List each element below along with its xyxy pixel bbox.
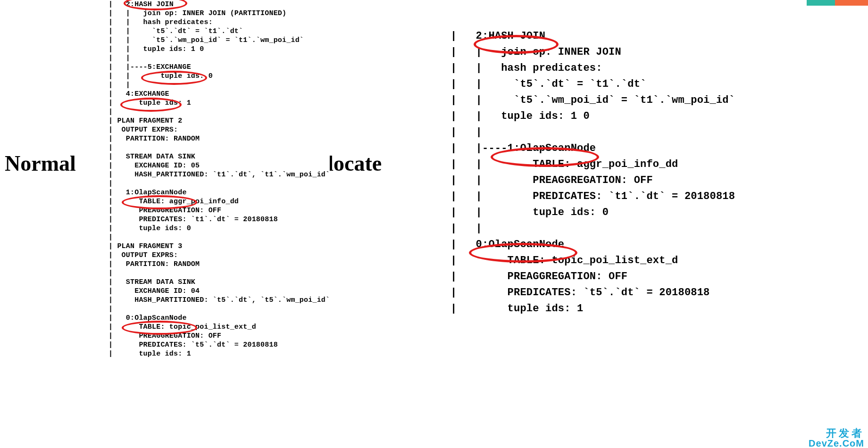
plan-line: | |----1:OlapScanNode — [451, 141, 735, 157]
plan-line: | STREAM DATA SINK — [108, 278, 330, 287]
plan-line: | tuple ids: 1 — [108, 349, 330, 358]
plan-line: | PREAGGREGATION: OFF — [108, 332, 330, 340]
plan-line: | PREAGGREGATION: OFF — [451, 269, 735, 285]
plan-line: | | PREDICATES: `t1`.`dt` = 20180818 — [451, 189, 735, 205]
plan-line: | | `t5`.`dt` = `t1`.`dt` — [451, 76, 735, 92]
watermark: 开发者 DevZe.CoM — [809, 428, 864, 448]
plan-line: | 2:HASH JOIN — [451, 28, 735, 44]
plan-line: | | — [108, 81, 330, 90]
plan-line: | 1:OlapScanNode — [108, 188, 330, 197]
plan-line: | | — [108, 54, 330, 63]
plan-line: | — [108, 108, 330, 116]
tab-teal — [807, 0, 835, 6]
plan-line: | 0:OlapScanNode — [108, 314, 330, 323]
plan-line: | tuple ids: 1 — [451, 301, 735, 317]
plan-line: | | `t5`.`wm_poi_id` = `t1`.`wm_poi_id` — [451, 92, 735, 108]
watermark-line1: 开发者 — [809, 428, 864, 439]
plan-line: | tuple ids: 0 — [108, 224, 330, 233]
plan-line: | | join op: INNER JOIN (PARTITIONED) — [108, 9, 330, 18]
plan-line: | | PREAGGREGATION: OFF — [451, 173, 735, 189]
plan-line: | |----5:EXCHANGE — [108, 63, 330, 72]
plan-line: | PREAGGREGATION: OFF — [108, 206, 330, 215]
plan-line: | | — [451, 221, 735, 237]
tab-orange — [835, 0, 868, 6]
plan-line: | PARTITION: RANDOM — [108, 260, 330, 269]
colocate-plan-block: | 2:HASH JOIN| | join op: INNER JOIN| | … — [451, 28, 735, 317]
plan-line: | | tuple ids: 0 — [108, 72, 330, 81]
plan-line: | | hash predicates: — [451, 60, 735, 76]
plan-line: | PLAN FRAGMENT 2 — [108, 116, 330, 125]
plan-line: | PREDICATES: `t1`.`dt` = 20180818 — [108, 215, 330, 224]
label-normal: Normal — [5, 151, 76, 176]
plan-line: | EXCHANGE ID: 05 — [108, 161, 330, 170]
plan-line: | — [108, 233, 330, 242]
plan-line: | STREAM DATA SINK — [108, 152, 330, 161]
plan-line: | 4:EXCHANGE — [108, 90, 330, 99]
plan-line: | — [108, 305, 330, 314]
plan-line: | 2:HASH JOIN — [108, 0, 330, 9]
plan-line: | | `t5`.`dt` = `t1`.`dt` — [108, 27, 330, 36]
plan-line: | | tuple ids: 1 0 — [108, 45, 330, 54]
watermark-line2: DevZe.CoM — [809, 439, 864, 448]
plan-line: | | hash predicates: — [108, 18, 330, 27]
plan-line: | — [108, 143, 330, 152]
plan-line: | | — [451, 124, 735, 141]
plan-line: | HASH_PARTITIONED: `t1`.`dt`, `t1`.`wm_… — [108, 170, 330, 179]
plan-line: | OUTPUT EXPRS: — [108, 125, 330, 134]
plan-line: | PREDICATES: `t5`.`dt` = 20180818 — [451, 285, 735, 301]
plan-line: | HASH_PARTITIONED: `t5`.`dt`, `t5`.`wm_… — [108, 296, 330, 305]
plan-line: | TABLE: topic_poi_list_ext_d — [451, 253, 735, 269]
plan-line: | — [108, 179, 330, 188]
plan-line: | 0:OlapScanNode — [451, 237, 735, 253]
plan-line: | TABLE: aggr_poi_info_dd — [108, 197, 330, 206]
plan-line: | PREDICATES: `t5`.`dt` = 20180818 — [108, 340, 330, 349]
plan-line: | PARTITION: RANDOM — [108, 134, 330, 143]
top-tabs — [807, 0, 868, 6]
plan-line: | | tuple ids: 1 0 — [451, 108, 735, 124]
plan-line: | | tuple ids: 0 — [451, 205, 735, 221]
plan-line: | | join op: INNER JOIN — [451, 44, 735, 60]
normal-plan-block: | 2:HASH JOIN| | join op: INNER JOIN (PA… — [108, 0, 330, 358]
plan-line: | EXCHANGE ID: 04 — [108, 287, 330, 296]
plan-line: | OUTPUT EXPRS: — [108, 251, 330, 260]
plan-line: | PLAN FRAGMENT 3 — [108, 242, 330, 251]
plan-line: | tuple ids: 1 — [108, 99, 330, 108]
plan-line: | TABLE: topic_poi_list_ext_d — [108, 323, 330, 332]
plan-line: | | TABLE: aggr_poi_info_dd — [451, 157, 735, 173]
plan-line: | | `t5`.`wm_poi_id` = `t1`.`wm_poi_id` — [108, 36, 330, 45]
plan-line: | — [108, 269, 330, 278]
